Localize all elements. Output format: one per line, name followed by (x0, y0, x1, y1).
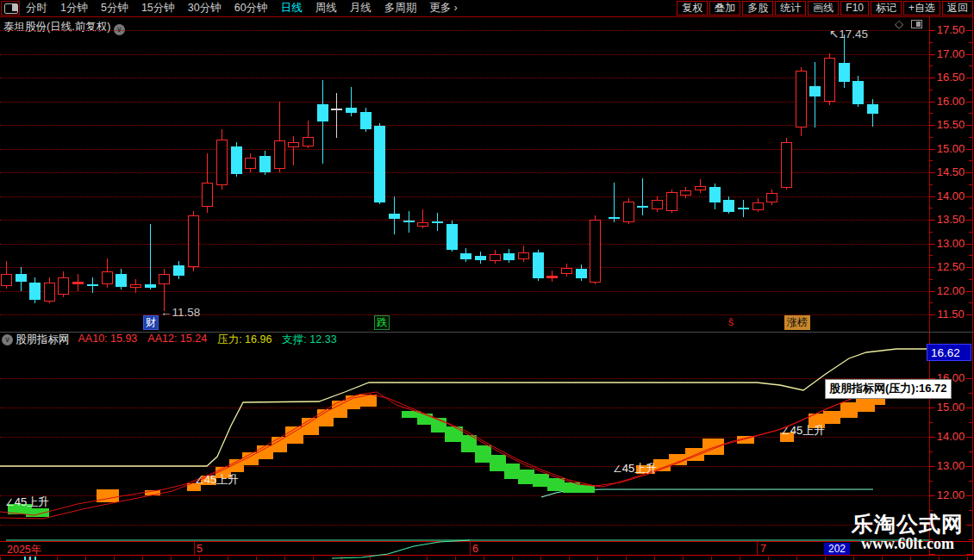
candle-body (159, 274, 170, 284)
candle-body (809, 86, 821, 96)
indicator-name[interactable]: 股朋指标网 (16, 333, 70, 347)
candle-body (503, 253, 515, 260)
diamond-icon[interactable]: ◇ (895, 17, 903, 30)
indicator-value-badge: 16.62 (927, 344, 971, 361)
toolbar-button-+自选[interactable]: +自选 (903, 1, 940, 16)
candle-wick (642, 178, 643, 215)
candle-body (245, 158, 256, 169)
toolbar-button-标记[interactable]: 标记 (871, 1, 902, 16)
candle-body (231, 146, 242, 174)
candle-body (460, 253, 471, 259)
candle-body (259, 156, 271, 172)
menu-item-60分钟[interactable]: 60分钟 (234, 1, 268, 16)
toolbar-button-返回[interactable]: 返回 (942, 1, 973, 16)
menu-item-月线[interactable]: 月线 (350, 1, 371, 16)
menu-item-5分钟[interactable]: 5分钟 (101, 1, 128, 16)
candle-body (216, 140, 228, 185)
toolbar-button-叠加[interactable]: 叠加 (709, 1, 740, 16)
candle-body (475, 256, 486, 260)
window-restore-icon[interactable] (911, 20, 922, 28)
menu-item-更多 ›[interactable]: 更多 › (429, 1, 458, 16)
candle-body (867, 104, 878, 114)
price-axis-label: 16.00 (933, 95, 969, 108)
rise-45-label: ∠45上升 (613, 461, 657, 476)
low-price-annotation: ←11.58 (160, 306, 200, 319)
candle-wick (150, 224, 151, 289)
menu-item-日线[interactable]: 日线 (281, 1, 303, 16)
toolbar-button-复权[interactable]: 复权 (677, 1, 708, 16)
candle-body (695, 186, 706, 190)
candle-body (432, 221, 443, 223)
candle-body (346, 108, 357, 113)
candle-body (781, 142, 792, 188)
price-axis-label: 11.50 (933, 308, 969, 320)
toolbar-button-画线[interactable]: 画线 (808, 1, 839, 16)
price-gridline (0, 220, 929, 221)
toolbar-button-统计[interactable]: 统计 (775, 1, 806, 16)
price-axis-label: 15.50 (933, 118, 969, 131)
price-axis-label: 17.00 (933, 47, 969, 60)
candle-body (824, 58, 835, 102)
menu-item-分时[interactable]: 分时 (26, 1, 47, 16)
event-marker[interactable]: 涨榜 (784, 315, 810, 330)
price-gridline (0, 125, 929, 126)
candle-body (16, 274, 27, 282)
app-window-icon[interactable] (1, 1, 20, 16)
candle-body (331, 109, 342, 110)
candle-body (1, 274, 12, 286)
top-toolbar: 分时1分钟5分钟15分钟30分钟60分钟日线周线月线多周期更多 › 复权叠加多股… (0, 0, 974, 17)
candle-body (29, 283, 41, 300)
indicator-value: AA10: 15.93 (78, 333, 138, 347)
indicator-value: AA12: 15.24 (147, 333, 207, 347)
menu-item-周线[interactable]: 周线 (315, 1, 337, 16)
candle-body (766, 193, 777, 202)
candle-wick (336, 93, 337, 138)
candle-body (130, 284, 141, 288)
chart-title: 泰坦股份(日线.前复权) ∨ (3, 20, 125, 35)
period-menu: 分时1分钟5分钟15分钟30分钟60分钟日线周线月线多周期更多 › (26, 0, 471, 16)
price-axis-label: 13.50 (933, 213, 969, 226)
price-gridline (0, 30, 929, 31)
menu-item-1分钟[interactable]: 1分钟 (60, 1, 88, 16)
main-kline-chart: 泰坦股份(日线.前复权) ∨ 17.5017.0016.5016.0015.50… (0, 17, 974, 332)
candle-body (709, 187, 721, 202)
chevron-down-icon[interactable]: ∨ (2, 334, 13, 345)
menu-item-15分钟[interactable]: 15分钟 (141, 1, 175, 16)
candle-body (723, 200, 734, 212)
candle-body (274, 140, 285, 169)
price-gridline (0, 291, 929, 292)
menu-item-多周期[interactable]: 多周期 (384, 1, 417, 16)
toolbar-button-多股[interactable]: 多股 (742, 1, 773, 16)
menu-item-30分钟[interactable]: 30分钟 (188, 1, 222, 16)
candle-body (652, 200, 663, 209)
candle-body (609, 217, 620, 219)
candle-body (102, 271, 113, 284)
event-marker[interactable]: 跌 (374, 315, 390, 330)
candle-body (87, 284, 98, 286)
watermark-site-name: 乐淘公式网 (843, 513, 972, 536)
candle-body (145, 284, 156, 288)
indicator-value: 压力: 16.96 (217, 333, 272, 347)
candle-body (403, 221, 415, 222)
price-axis-label: 14.00 (933, 190, 969, 202)
candle-body (288, 142, 299, 147)
tool-buttons: 复权叠加多股统计画线F10标记+自选返回 (675, 1, 973, 16)
candle-body (446, 224, 458, 250)
candle-body (490, 254, 501, 261)
candle-body (317, 104, 328, 121)
price-axis-label: 17.50 (933, 23, 969, 36)
candle-wick (322, 80, 323, 164)
indicator-value: 支撑: 12.33 (282, 333, 336, 347)
stock-app-window: 分时1分钟5分钟15分钟30分钟60分钟日线周线月线多周期更多 › 复权叠加多股… (0, 0, 974, 560)
price-axis-label: 12.00 (933, 284, 969, 297)
event-marker[interactable]: 财 (143, 315, 159, 330)
candle-body (72, 282, 84, 284)
price-gridline (0, 244, 929, 245)
candle-body (360, 112, 371, 129)
candle-body (303, 137, 314, 146)
candle-body (188, 215, 199, 267)
event-marker[interactable]: ŝ (726, 315, 736, 330)
price-axis-label: 12.50 (933, 260, 969, 273)
candle-body (839, 63, 850, 82)
toolbar-button-F10[interactable]: F10 (840, 1, 869, 16)
